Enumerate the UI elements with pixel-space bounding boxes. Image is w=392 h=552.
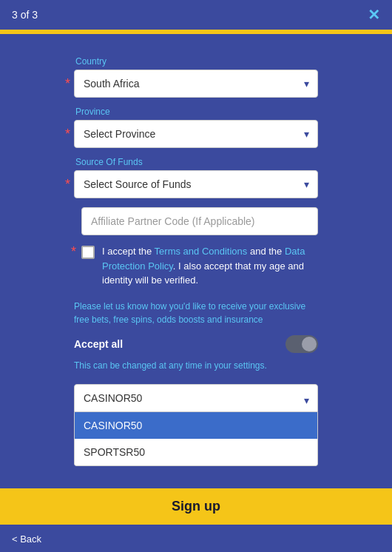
promo-option-sports[interactable]: SPORTSR50 [75, 439, 317, 465]
country-field-wrapper: Country * South Africa ▾ [74, 56, 318, 98]
source-field-wrapper: Source Of Funds * Select Source of Funds… [74, 157, 318, 198]
step-indicator: 3 of 3 [12, 9, 38, 21]
terms-checkbox[interactable] [81, 246, 95, 259]
country-select-wrapper: * South Africa ▾ [74, 70, 318, 98]
province-select-wrapper: * Select Province ▾ [74, 120, 318, 148]
progress-bar [0, 30, 392, 34]
back-link[interactable]: < Back [0, 525, 392, 553]
province-field-wrapper: Province * Select Province ▾ [74, 107, 318, 148]
signup-button[interactable]: Sign up [0, 488, 392, 525]
accept-all-toggle[interactable] [285, 335, 318, 353]
source-required: * [65, 178, 70, 191]
header: 3 of 3 ✕ [0, 0, 392, 30]
toggle-knob [302, 337, 317, 351]
progress-segment-2 [131, 30, 262, 34]
checkbox-required: * [71, 244, 76, 260]
source-select-wrapper: * Select Source of Funds ▾ [74, 170, 318, 198]
promo-select[interactable]: CASINOR50 [74, 384, 318, 412]
promo-wrapper: CASINOR50 ▾ CASINOR50 SPORTSR50 [74, 384, 318, 466]
accept-all-row: Accept all [74, 335, 318, 353]
terms-label: I accept the Terms and Conditions and th… [102, 244, 318, 288]
source-select[interactable]: Select Source of Funds [74, 170, 318, 198]
affiliate-field-wrapper [81, 207, 318, 235]
close-button[interactable]: ✕ [368, 6, 380, 24]
promo-option-casino[interactable]: CASINOR50 [75, 412, 317, 439]
terms-link[interactable]: Terms and Conditions [155, 246, 248, 257]
terms-checkbox-row: * I accept the Terms and Conditions and … [81, 244, 318, 288]
country-label: Country [75, 56, 318, 67]
province-label: Province [75, 107, 318, 117]
form-content: Country * South Africa ▾ Province * Sele… [0, 34, 392, 488]
promo-dropdown-options: CASINOR50 SPORTSR50 [74, 412, 318, 466]
progress-segment-3 [261, 30, 392, 34]
country-select[interactable]: South Africa [74, 70, 318, 98]
marketing-text: Please let us know how you'd like to rec… [74, 300, 318, 326]
source-label: Source Of Funds [75, 157, 318, 167]
country-required: * [65, 77, 70, 90]
accept-all-label: Accept all [74, 338, 123, 350]
progress-segment-1 [0, 30, 131, 34]
province-required: * [65, 127, 70, 141]
settings-text: This can be changed at any time in your … [74, 359, 318, 372]
promo-select-container: CASINOR50 ▾ [74, 384, 318, 412]
province-select[interactable]: Select Province [74, 120, 318, 148]
affiliate-input[interactable] [81, 207, 318, 235]
